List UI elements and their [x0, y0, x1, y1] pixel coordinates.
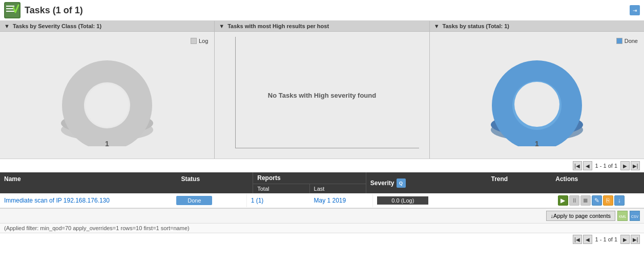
table-header: Name Status Reports Total Last Severity … [0, 172, 644, 193]
status-chart-arrow[interactable]: ▼ [434, 23, 440, 29]
edit-button[interactable]: ✎ [592, 195, 602, 206]
last-page-btn[interactable]: ▶| [631, 161, 640, 170]
done-legend-label: Done [625, 38, 638, 44]
log-legend-box [191, 38, 197, 44]
high-results-chart-panel: ▼ Tasks with most High results per host … [215, 21, 429, 159]
col-header-reports-total: Total [253, 184, 309, 193]
svg-point-11 [86, 84, 129, 127]
status-chart-panel: ▼ Tasks by status (Total: 1) Done [430, 21, 644, 159]
svg-rect-4 [6, 11, 14, 12]
col-header-reports-last: Last [310, 184, 366, 193]
col-header-trend: Trend [487, 172, 551, 193]
status-chart-body: Done 1 [430, 32, 644, 159]
high-results-chart-body: No Tasks with High severity found [215, 32, 429, 159]
cell-trend [491, 197, 554, 204]
prev-page-btn-bottom[interactable]: ◀ [583, 235, 592, 244]
status-value-label: 1 [535, 140, 539, 146]
col-header-reports: Reports [253, 172, 366, 184]
page-info-bottom: 1 - 1 of 1 [593, 236, 619, 242]
page-title: Tasks (1 of 1) [25, 5, 630, 16]
no-data-label: No Tasks with High severity found [268, 92, 376, 99]
svg-text:CSV: CSV [631, 215, 638, 218]
first-page-btn[interactable]: |◀ [573, 161, 582, 170]
prev-page-btn[interactable]: ◀ [583, 161, 592, 170]
last-page-btn-bottom[interactable]: ▶| [631, 235, 640, 244]
status-legend: Done [616, 38, 638, 44]
svg-point-16 [514, 82, 559, 127]
charts-row: ▼ Tasks by Severity Class (Total: 1) Log [0, 21, 644, 159]
csv-download-icon[interactable]: CSV [630, 211, 640, 221]
col-reports-subheaders: Total Last [253, 184, 366, 193]
col-header-actions: Actions [551, 172, 644, 193]
severity-chart-title: Tasks by Severity Class (Total: 1) [13, 23, 101, 29]
svg-text:XML: XML [619, 214, 626, 219]
pagination-bottom: |◀ ◀ 1 - 1 of 1 ▶ ▶| [0, 233, 644, 245]
cell-task-name: Immediate scan of IP 192.168.176.130 [0, 194, 172, 207]
col-header-severity: Severity Q [366, 172, 487, 193]
apply-to-page-button[interactable]: ↓Apply to page contents [546, 211, 615, 221]
done-legend-box [616, 38, 622, 44]
cell-reports-last[interactable]: May 1 2019 [309, 194, 373, 207]
severity-legend: Log [191, 38, 208, 44]
col-header-reports-group: Reports Total Last [253, 172, 366, 193]
qod-icon[interactable]: Q [397, 178, 406, 188]
cell-actions: ▶ ⏸ ⏹ ✎ ⎘ ↓ [554, 193, 644, 208]
svg-text:⇥: ⇥ [633, 8, 637, 13]
severity-chart-body: Log 1 [0, 32, 214, 159]
status-chart-title: Tasks by status (Total: 1) [443, 23, 509, 29]
status-chart-header: ▼ Tasks by status (Total: 1) [430, 21, 644, 32]
status-done-badge: Done [176, 196, 212, 205]
table-row: Immediate scan of IP 192.168.176.130 Don… [0, 193, 644, 208]
high-results-chart-arrow[interactable]: ▼ [219, 23, 224, 29]
bottom-toolbar: ↓Apply to page contents XML CSV [0, 208, 644, 223]
col-header-name: Name [0, 172, 177, 193]
export-icon[interactable]: ⇥ [630, 5, 640, 15]
severity-chart-header: ▼ Tasks by Severity Class (Total: 1) [0, 21, 214, 32]
app-logo [4, 2, 20, 18]
severity-value-label: 1 [105, 140, 109, 146]
pause-button[interactable]: ⏸ [569, 195, 579, 206]
task-name-link[interactable]: Immediate scan of IP 192.168.176.130 [4, 197, 110, 204]
filter-info: (Applied filter: min_qod=70 apply_overri… [0, 223, 644, 233]
stop-button[interactable]: ⏹ [580, 195, 591, 206]
high-results-chart-header: ▼ Tasks with most High results per host [215, 21, 429, 32]
high-results-chart-title: Tasks with most High results per host [227, 23, 329, 29]
col-header-status: Status [177, 172, 253, 193]
header: Tasks (1 of 1) ⇥ [0, 0, 644, 21]
page-info-top: 1 - 1 of 1 [593, 163, 619, 169]
play-button[interactable]: ▶ [558, 195, 568, 206]
tasks-table: Name Status Reports Total Last Severity … [0, 172, 644, 208]
cell-reports-total[interactable]: 1 (1) [246, 194, 310, 207]
cell-severity: 0.0 (Log) [373, 193, 491, 208]
status-donut-svg: 1 [481, 44, 593, 146]
move-down-button[interactable]: ↓ [614, 195, 625, 206]
log-legend-label: Log [199, 38, 208, 44]
xml-download-icon[interactable]: XML [617, 211, 628, 221]
pagination-top: |◀ ◀ 1 - 1 of 1 ▶ ▶| [0, 159, 644, 172]
clone-button[interactable]: ⎘ [603, 195, 613, 206]
severity-chart-panel: ▼ Tasks by Severity Class (Total: 1) Log [0, 21, 215, 159]
cell-task-status: Done [172, 194, 246, 207]
first-page-btn-bottom[interactable]: |◀ [573, 235, 582, 244]
severity-chart-arrow[interactable]: ▼ [4, 23, 10, 29]
severity-donut-svg: 1 [51, 44, 163, 146]
next-page-btn-bottom[interactable]: ▶ [620, 235, 630, 244]
severity-value: 0.0 (Log) [377, 196, 428, 205]
next-page-btn[interactable]: ▶ [620, 161, 630, 170]
svg-rect-1 [5, 3, 19, 17]
